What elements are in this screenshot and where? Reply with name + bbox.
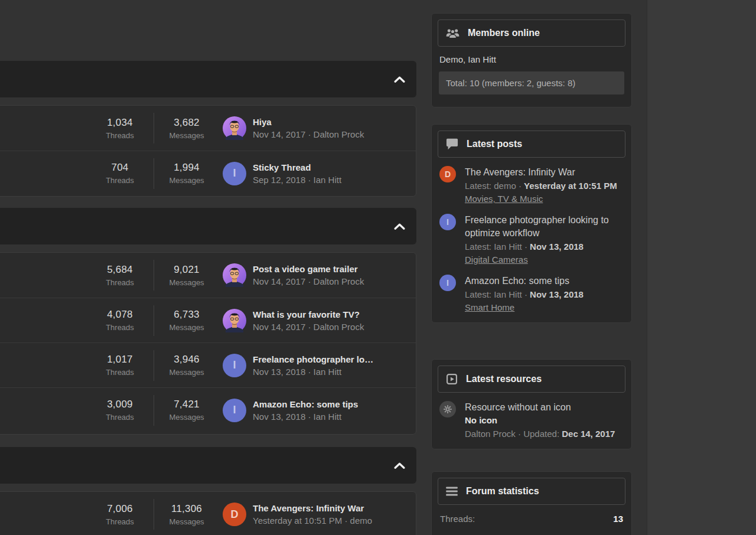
- user-avatar-dalton-prock[interactable]: [223, 116, 246, 140]
- user-avatar-dalton-prock[interactable]: [223, 309, 246, 332]
- user-avatar-demo[interactable]: D: [439, 166, 456, 182]
- forum-node-row: 1,017 Threads 3,946 Messages I Freelance…: [0, 342, 416, 387]
- latest-thread-link[interactable]: What is your favorite TV?: [253, 309, 364, 319]
- node-list: 1,034 Threads 3,682 Messages Hiya Nov 14…: [0, 105, 416, 197]
- forum-node-row: 7,006 Threads 11,306 Messages D The Aven…: [0, 492, 416, 535]
- stats-label: Threads:: [440, 514, 475, 524]
- messages-stat: 3,946 Messages: [154, 354, 219, 377]
- forum-link[interactable]: Movies, TV & Music: [465, 193, 543, 205]
- latest-post-item: D The Avengers: Infinity War Latest: dem…: [439, 166, 624, 205]
- messages-label: Messages: [154, 368, 219, 377]
- online-total: Total: 10 (members: 2, guests: 8): [439, 71, 624, 94]
- user-avatar-dalton-prock[interactable]: [223, 263, 246, 287]
- latest-thread-meta: Nov 14, 2017 · Dalton Prock: [253, 129, 364, 139]
- post-meta: Latest: Ian Hitt · Nov 13, 2018: [465, 288, 617, 301]
- post-title-link[interactable]: Amazon Echo: some tips: [465, 275, 612, 288]
- latest-posts-widget: Latest posts D The Avengers: Infinity Wa…: [431, 124, 632, 323]
- forum-node-row: 1,034 Threads 3,682 Messages Hiya Nov 14…: [0, 106, 416, 151]
- threads-stat: 704 Threads: [86, 162, 154, 185]
- forum-node-row: 3,009 Threads 7,421 Messages I Amazon Ec…: [0, 387, 416, 432]
- latest-thread-meta: Nov 14, 2017 · Dalton Prock: [253, 276, 364, 286]
- latest-thread-link[interactable]: Post a video game trailer: [253, 264, 364, 274]
- user-avatar-demo[interactable]: D: [223, 503, 246, 526]
- messages-label: Messages: [154, 176, 219, 185]
- category-header[interactable]: [0, 447, 416, 484]
- widget-title: Latest resources: [466, 374, 542, 384]
- latest-thread-link[interactable]: Sticky Thread: [253, 162, 341, 172]
- forum-node-row: 4,078 Threads 6,733 Messages What is you…: [0, 298, 416, 342]
- stats-row: Threads: 13: [438, 508, 625, 529]
- chevron-up-icon[interactable]: [389, 217, 409, 235]
- messages-stat: 7,421 Messages: [154, 399, 219, 422]
- latest-resource-item: Resource without an icon No icon Dalton …: [439, 401, 624, 441]
- members-online-widget: Members online Demo, Ian Hitt Total: 10 …: [431, 13, 632, 107]
- node-list: 7,006 Threads 11,306 Messages D The Aven…: [0, 491, 416, 535]
- latest-thread-meta: Sep 12, 2018 · Ian Hitt: [253, 175, 341, 185]
- latest-post-item: I Freelance photographer looking to opti…: [439, 214, 624, 266]
- messages-count: 9,021: [154, 264, 219, 276]
- user-avatar-ian-hitt[interactable]: I: [223, 399, 246, 422]
- category-header[interactable]: [0, 208, 416, 244]
- messages-stat: 6,733 Messages: [154, 309, 219, 332]
- gear-icon[interactable]: [439, 401, 456, 417]
- post-title-link[interactable]: Freelance photographer looking to optimi…: [465, 214, 612, 240]
- messages-count: 3,946: [154, 354, 219, 366]
- latest-thread-meta: Nov 13, 2018 · Ian Hitt: [253, 367, 373, 377]
- resource-author-updated: Dalton Prock · Updated:: [465, 429, 559, 439]
- user-avatar-ian-hitt[interactable]: I: [223, 162, 246, 185]
- online-members-list[interactable]: Demo, Ian Hitt: [439, 54, 624, 64]
- post-latest-by: Latest: Ian Hitt ·: [465, 242, 527, 252]
- widget-title: Latest posts: [467, 139, 522, 149]
- user-avatar-ian-hitt[interactable]: I: [439, 275, 456, 291]
- widget-title: Members online: [468, 28, 540, 38]
- messages-count: 6,733: [154, 309, 219, 321]
- resource-date: Dec 14, 2017: [562, 429, 615, 439]
- stats-value: 13: [613, 514, 623, 524]
- forum-link[interactable]: Digital Cameras: [465, 253, 528, 266]
- latest-thread-meta: Yesterday at 10:51 PM · demo: [253, 516, 372, 526]
- messages-count: 1,994: [154, 162, 219, 174]
- chevron-up-icon[interactable]: [389, 70, 409, 88]
- threads-count: 1,034: [86, 117, 154, 129]
- latest-thread-link[interactable]: The Avengers: Infinity War: [253, 503, 372, 513]
- messages-stat: 3,682 Messages: [154, 117, 219, 140]
- threads-stat: 1,017 Threads: [86, 354, 154, 377]
- resource-icon: [446, 373, 458, 385]
- post-meta: Latest: demo · Yesterday at 10:51 PM: [465, 180, 617, 193]
- messages-stat: 1,994 Messages: [154, 162, 219, 185]
- latest-resources-widget: Latest resources Resource without an ico…: [431, 359, 632, 449]
- stats-row: Messages: 19: [438, 529, 625, 535]
- messages-label: Messages: [154, 323, 219, 332]
- chevron-up-icon[interactable]: [389, 456, 409, 474]
- widget-title: Forum statistics: [466, 486, 539, 497]
- latest-post-item: I Amazon Echo: some tips Latest: Ian Hit…: [439, 275, 624, 314]
- user-avatar-ian-hitt[interactable]: I: [223, 354, 246, 377]
- threads-label: Threads: [86, 517, 154, 526]
- post-date: Nov 13, 2018: [530, 289, 584, 299]
- resource-title-link[interactable]: Resource without an icon: [465, 401, 612, 414]
- post-meta: Latest: Ian Hitt · Nov 13, 2018: [465, 240, 617, 253]
- forum-link[interactable]: Smart Home: [465, 301, 514, 314]
- latest-thread-link[interactable]: Freelance photographer lo…: [253, 354, 373, 364]
- user-avatar-ian-hitt[interactable]: I: [439, 214, 456, 230]
- threads-count: 3,009: [86, 399, 154, 410]
- messages-label: Messages: [154, 278, 219, 287]
- messages-label: Messages: [154, 131, 219, 140]
- threads-stat: 5,684 Threads: [86, 264, 154, 287]
- latest-posts-header: Latest posts: [438, 131, 625, 158]
- node-list: 5,684 Threads 9,021 Messages Post a vide…: [0, 252, 416, 435]
- resource-meta: Dalton Prock · Updated: Dec 14, 2017: [465, 428, 617, 441]
- post-latest-by: Latest: demo ·: [465, 181, 522, 191]
- forum-node-row: 704 Threads 1,994 Messages I Sticky Thre…: [0, 151, 416, 195]
- messages-stat: 11,306 Messages: [154, 503, 219, 526]
- post-date: Nov 13, 2018: [530, 242, 584, 252]
- latest-resources-header: Latest resources: [438, 366, 625, 393]
- latest-thread-meta: Nov 14, 2017 · Dalton Prock: [253, 322, 364, 332]
- threads-count: 5,684: [86, 264, 154, 276]
- latest-thread-link[interactable]: Amazon Echo: some tips: [253, 399, 358, 409]
- threads-count: 7,006: [86, 503, 154, 515]
- category-header[interactable]: [0, 61, 416, 97]
- threads-stat: 3,009 Threads: [86, 399, 154, 422]
- post-title-link[interactable]: The Avengers: Infinity War: [465, 166, 612, 179]
- latest-thread-link[interactable]: Hiya: [253, 117, 364, 127]
